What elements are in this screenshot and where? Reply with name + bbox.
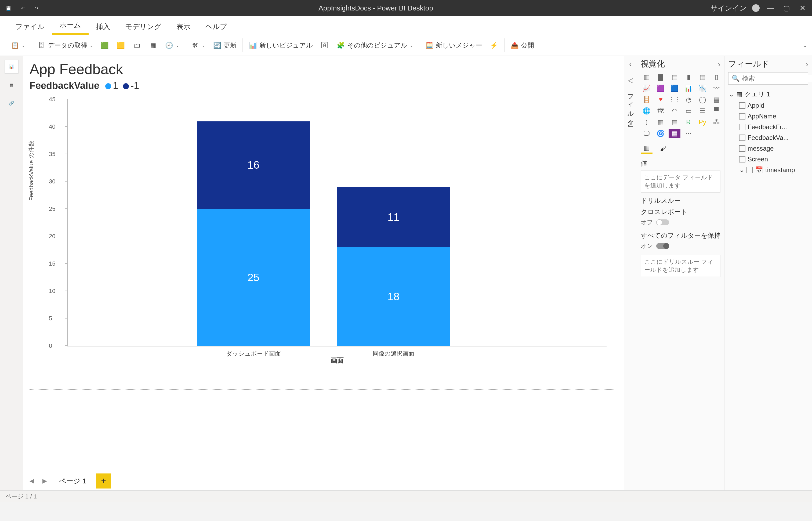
donut-icon[interactable]: ◯ <box>697 95 709 105</box>
map-icon[interactable]: 🌐 <box>641 106 652 116</box>
fields-panel-collapse-icon[interactable]: › <box>806 60 808 69</box>
line-chart-icon[interactable]: 📈 <box>641 84 652 93</box>
py-visual-icon[interactable]: Py <box>697 117 709 127</box>
maximize-icon[interactable]: ▢ <box>781 4 792 13</box>
field-feedbackva[interactable]: FeedbackVa... <box>728 132 808 143</box>
text-box-button[interactable]: 🄰 <box>318 40 331 51</box>
cross-report-toggle[interactable]: オフ <box>641 218 720 226</box>
menu-file[interactable]: ファイル <box>8 19 52 35</box>
ribbon-collapse-button[interactable]: ⌄ <box>802 42 807 49</box>
checkbox-icon[interactable] <box>739 135 745 141</box>
page-prev-button[interactable]: ◀ <box>25 475 38 488</box>
format-tab-icon[interactable]: 🖌 <box>657 143 669 154</box>
more-visuals-button[interactable]: 🧩その他のビジュアル⌄ <box>334 40 415 51</box>
redo-icon[interactable]: ↷ <box>32 3 41 13</box>
clustered-column-icon[interactable]: ▮ <box>682 72 694 82</box>
menu-home[interactable]: ホーム <box>52 17 89 35</box>
publish-button[interactable]: 📤公開 <box>508 40 536 51</box>
menu-insert[interactable]: 挿入 <box>89 19 118 35</box>
user-avatar-icon[interactable] <box>752 4 760 12</box>
field-appname[interactable]: AppName <box>728 111 808 122</box>
table-node[interactable]: ⌄▦クエリ 1 <box>728 88 808 100</box>
area-chart-icon[interactable]: 🟪 <box>655 84 667 93</box>
viz-panel-collapse-icon[interactable]: › <box>718 60 720 69</box>
key-influencers-icon[interactable]: ⁂ <box>711 117 722 127</box>
field-feedbackfr[interactable]: FeedbackFr... <box>728 122 808 132</box>
bar-group[interactable]: 1118同像の選択画面 <box>337 187 450 346</box>
line-column2-icon[interactable]: 📉 <box>697 84 709 93</box>
stacked100-column-icon[interactable]: ▯ <box>711 72 722 82</box>
line-column-icon[interactable]: 📊 <box>682 84 694 93</box>
page-add-button[interactable]: + <box>96 473 111 489</box>
funnel-icon[interactable]: 🔻 <box>655 95 667 105</box>
waterfall-icon[interactable]: 🪜 <box>641 95 652 105</box>
keep-filters-toggle[interactable]: オン <box>641 242 720 250</box>
more-visuals-icon[interactable]: ⋯ <box>682 129 694 138</box>
excel-source-button[interactable]: 🟩 <box>98 40 111 51</box>
fields-search-input[interactable] <box>742 75 812 82</box>
bar-segment-neg1[interactable]: 11 <box>337 187 450 247</box>
sign-in-button[interactable]: サインイン <box>711 3 747 13</box>
checkbox-icon[interactable] <box>739 156 745 162</box>
treemap-icon[interactable]: ▦ <box>711 95 722 105</box>
gauge-icon[interactable]: ◠ <box>669 106 680 116</box>
new-measure-button[interactable]: 🧮新しいメジャー <box>423 40 484 51</box>
paginated-icon[interactable]: ▦ <box>669 129 680 138</box>
checkbox-icon[interactable] <box>746 167 753 173</box>
page-tab-1[interactable]: ページ 1 <box>51 473 94 489</box>
menu-view[interactable]: 表示 <box>169 19 198 35</box>
qa-visual-icon[interactable]: 🌀 <box>655 129 667 138</box>
bar-segment-1[interactable]: 18 <box>337 247 450 346</box>
sql-source-button[interactable]: 🗃 <box>131 40 143 51</box>
pbi-source-button[interactable]: 🟨 <box>114 40 127 51</box>
checkbox-icon[interactable] <box>739 145 745 152</box>
r-visual-icon[interactable]: R <box>682 117 694 127</box>
refresh-button[interactable]: 🔄更新 <box>211 40 239 51</box>
decomp-tree-icon[interactable]: 🖵 <box>641 129 652 138</box>
pie-icon[interactable]: ◔ <box>682 95 694 105</box>
filters-pane-collapsed[interactable]: ‹ ◁ フィルター <box>624 56 637 491</box>
menu-modeling[interactable]: モデリング <box>118 19 169 35</box>
drillthrough-drop-well[interactable]: ここにドリルスルー フィールドを追加します <box>641 255 720 277</box>
report-canvas[interactable]: App Feedback FeedbackValue 1 -1 Feedback… <box>23 56 624 491</box>
report-view-icon[interactable]: 📊 <box>4 60 19 74</box>
clustered-bar-icon[interactable]: ▤ <box>669 72 680 82</box>
stacked-column-icon[interactable]: ▇ <box>655 72 667 82</box>
close-icon[interactable]: ✕ <box>797 4 808 13</box>
page-next-button[interactable]: ▶ <box>38 475 51 488</box>
field-message[interactable]: message <box>728 143 808 154</box>
stacked-bar-icon[interactable]: ▥ <box>641 72 652 82</box>
matrix-icon[interactable]: ▤ <box>669 117 680 127</box>
checkbox-icon[interactable] <box>739 124 745 130</box>
bar-segment-1[interactable]: 25 <box>197 209 310 346</box>
quick-measure-button[interactable]: ⚡ <box>488 40 501 51</box>
checkbox-icon[interactable] <box>739 102 745 109</box>
field-appid[interactable]: AppId <box>728 100 808 111</box>
recent-sources-button[interactable]: 🕘⌄ <box>163 40 181 51</box>
table-icon[interactable]: ▦ <box>655 117 667 127</box>
transform-data-button[interactable]: 🛠⌄ <box>189 40 208 51</box>
save-icon[interactable]: 💾 <box>4 3 13 13</box>
scatter-icon[interactable]: ⋮⋮ <box>669 95 680 105</box>
model-view-icon[interactable]: 🔗 <box>4 96 19 110</box>
bar-group[interactable]: 1625ダッシュボード画面 <box>197 121 310 346</box>
stacked-area-icon[interactable]: 🟦 <box>669 84 680 93</box>
kpi-icon[interactable]: ▀ <box>711 106 722 116</box>
undo-icon[interactable]: ↶ <box>18 3 27 13</box>
data-view-icon[interactable]: ▦ <box>4 78 19 92</box>
paste-button[interactable]: 📋⌄ <box>8 40 27 51</box>
card-icon[interactable]: ▭ <box>682 106 694 116</box>
ribbon-chart-icon[interactable]: 〰 <box>711 84 722 93</box>
checkbox-icon[interactable] <box>739 113 745 119</box>
filled-map-icon[interactable]: 🗺 <box>655 106 667 116</box>
bar-segment-neg1[interactable]: 16 <box>197 121 310 209</box>
field-screen[interactable]: Screen <box>728 154 808 165</box>
menu-help[interactable]: ヘルプ <box>198 19 235 35</box>
fields-tab-icon[interactable]: ▦ <box>641 143 652 154</box>
slicer-icon[interactable]: ⫿ <box>641 117 652 127</box>
enter-data-button[interactable]: ▦ <box>147 40 160 51</box>
get-data-button[interactable]: 🗄データの取得⌄ <box>35 40 95 51</box>
expand-filters-icon[interactable]: ‹ <box>629 60 631 68</box>
minimize-icon[interactable]: — <box>765 4 776 13</box>
stacked100-bar-icon[interactable]: ▦ <box>697 72 709 82</box>
